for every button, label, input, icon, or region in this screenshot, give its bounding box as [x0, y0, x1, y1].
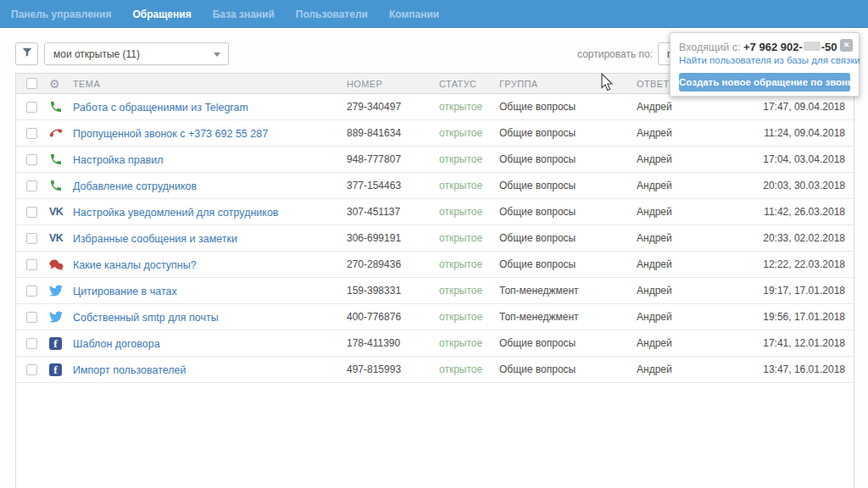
ticket-group: Общие вопросы [499, 337, 637, 349]
nav-item-companies[interactable]: Компании [389, 8, 439, 20]
ticket-group: Общие вопросы [499, 232, 637, 244]
ticket-date: 17:47, 09.04.2018 [738, 101, 845, 113]
ticket-subject-link[interactable]: Настройка уведомлений для сотрудников [73, 207, 279, 219]
ticket-subject-link[interactable]: Какие каналы доступны? [73, 259, 197, 271]
row-checkbox[interactable] [26, 102, 37, 113]
ticket-group: Топ-менеджмент [499, 285, 637, 297]
top-navbar: Панель управления Обращения База знаний … [0, 0, 868, 28]
table-row[interactable]: Цитирование в чатах 159-398331 открытое … [16, 278, 854, 304]
funnel-icon [21, 47, 33, 62]
row-checkbox[interactable] [26, 233, 37, 244]
ticket-subject-link[interactable]: Добавление сотрудников [73, 180, 197, 192]
row-checkbox[interactable] [26, 286, 37, 297]
ticket-group: Топ-менеджмент [499, 311, 637, 323]
ticket-date: 20:33, 02.02.2018 [738, 232, 845, 244]
main-nav: Панель управления Обращения База знаний … [11, 0, 439, 28]
row-checkbox[interactable] [26, 312, 37, 323]
ticket-number: 279-340497 [347, 101, 439, 113]
table-row[interactable]: VK Настройка уведомлений для сотрудников… [16, 199, 854, 225]
ticket-date: 13:47, 16.01.2018 [738, 363, 845, 375]
incoming-call-line: Входящий с: +7 962 902--50 [679, 41, 850, 53]
row-checkbox[interactable] [26, 207, 37, 218]
table-row[interactable]: Настройка правил 948-777807 открытое Общ… [16, 147, 854, 173]
ticket-date: 19:56, 17.01.2018 [738, 311, 845, 323]
ticket-assignee: Андрей [637, 285, 738, 297]
vk-channel-icon: VK [49, 232, 73, 244]
incoming-call-popup: Входящий с: +7 962 902--50 Найти пользов… [670, 32, 860, 97]
select-all-checkbox[interactable] [26, 78, 37, 89]
row-checkbox[interactable] [26, 259, 37, 270]
facebook-channel-icon: f [49, 363, 73, 376]
nav-item-tickets[interactable]: Обращения [132, 8, 191, 20]
ticket-assignee: Андрей [637, 180, 738, 191]
filter-dropdown[interactable]: мои открытые (11) [44, 42, 229, 65]
table-row[interactable]: Пропущенной звонок с +373 692 55 287 889… [16, 120, 854, 147]
table-row[interactable]: Работа с обращениями из Telegram 279-340… [16, 94, 854, 120]
row-checkbox[interactable] [26, 338, 37, 349]
row-checkbox[interactable] [26, 128, 37, 139]
phone-green-channel-icon [49, 179, 73, 192]
ticket-number: 948-777807 [347, 153, 439, 165]
row-checkbox[interactable] [26, 154, 37, 165]
ticket-group: Общие вопросы [499, 180, 637, 191]
ticket-group: Общие вопросы [499, 363, 637, 375]
ticket-assignee: Андрей [637, 337, 738, 349]
ticket-group: Общие вопросы [499, 258, 637, 270]
ticket-subject-link[interactable]: Пропущенной звонок с +373 692 55 287 [73, 128, 268, 140]
ticket-date: 20:03, 30.03.2018 [738, 180, 845, 191]
ticket-assignee: Андрей [637, 258, 738, 270]
ticket-number: 159-398331 [347, 285, 439, 297]
sort-by-label: сортировать по: [577, 48, 653, 60]
nav-item-users[interactable]: Пользователи [296, 8, 368, 20]
create-ticket-from-call-button[interactable]: Создать новое обращение по звонку [679, 73, 850, 92]
close-icon[interactable]: ✕ [840, 39, 853, 52]
ticket-number: 377-154463 [347, 180, 439, 191]
phone-green-channel-icon [49, 100, 73, 114]
ticket-status: открытое [439, 101, 499, 113]
table-row[interactable]: Какие каналы доступны? 270-289436 открыт… [16, 252, 854, 278]
table-row[interactable]: f Импорт пользователей 497-815993 открыт… [16, 357, 854, 383]
ticket-assignee: Андрей [637, 363, 738, 375]
phone-number-suffix: -50 [821, 41, 837, 53]
ticket-number: 178-411390 [347, 337, 439, 349]
ticket-rows: Работа с обращениями из Telegram 279-340… [16, 94, 854, 383]
header-status: СТАТУС [439, 79, 499, 89]
ticket-subject-link[interactable]: Настройка правил [73, 154, 164, 166]
ticket-subject-link[interactable]: Работа с обращениями из Telegram [73, 102, 248, 114]
ticket-subject-link[interactable]: Импорт пользователей [73, 364, 186, 376]
twitter-channel-icon [49, 285, 73, 297]
ticket-group: Общие вопросы [499, 101, 637, 113]
ticket-number: 497-815993 [347, 363, 439, 375]
ticket-number: 889-841634 [347, 127, 439, 139]
ticket-assignee: Андрей [637, 206, 738, 218]
nav-item-knowledge-base[interactable]: База знаний [213, 8, 275, 20]
gear-icon[interactable]: ⚙ [49, 77, 60, 91]
ticket-subject-link[interactable]: Цитирование в чатах [73, 286, 177, 297]
table-row[interactable]: Добавление сотрудников 377-154463 открыт… [16, 173, 854, 199]
ticket-status: открытое [439, 206, 499, 218]
row-checkbox[interactable] [26, 364, 37, 375]
tickets-table: ⚙ ТЕМА НОМЕР СТАТУС ГРУППА ОТВЕТСТВЕННЫЙ… [15, 73, 854, 488]
link-user-from-base[interactable]: Найти пользователя из базы для связки [679, 55, 850, 65]
ticket-status: открытое [439, 363, 499, 375]
table-row[interactable]: VK Избранные сообщения и заметки 306-699… [16, 225, 854, 252]
facebook-channel-icon: f [49, 337, 73, 350]
ticket-subject-link[interactable]: Шаблон договора [73, 338, 160, 350]
table-row[interactable]: Собственный smtp для почты 400-776876 от… [16, 304, 854, 330]
ticket-status: открытое [439, 232, 499, 244]
filter-button[interactable] [15, 42, 38, 65]
masked-phone-digits [804, 42, 821, 51]
phone-green-channel-icon [49, 152, 73, 166]
nav-item-control-panel[interactable]: Панель управления [11, 8, 111, 20]
ticket-subject-link[interactable]: Избранные сообщения и заметки [73, 233, 237, 245]
incoming-label: Входящий с: [679, 42, 741, 53]
chevron-down-icon [214, 53, 220, 57]
ticket-status: открытое [439, 311, 499, 323]
ticket-date: 11:24, 09.04.2018 [738, 127, 845, 139]
ticket-date: 17:04, 03.04.2018 [738, 153, 845, 165]
row-checkbox[interactable] [26, 180, 37, 191]
ticket-subject-link[interactable]: Собственный smtp для почты [73, 312, 219, 324]
ticket-group: Общие вопросы [499, 206, 637, 218]
ticket-date: 12:22, 22.03.2018 [738, 258, 845, 270]
table-row[interactable]: f Шаблон договора 178-411390 открытое Об… [16, 330, 854, 357]
